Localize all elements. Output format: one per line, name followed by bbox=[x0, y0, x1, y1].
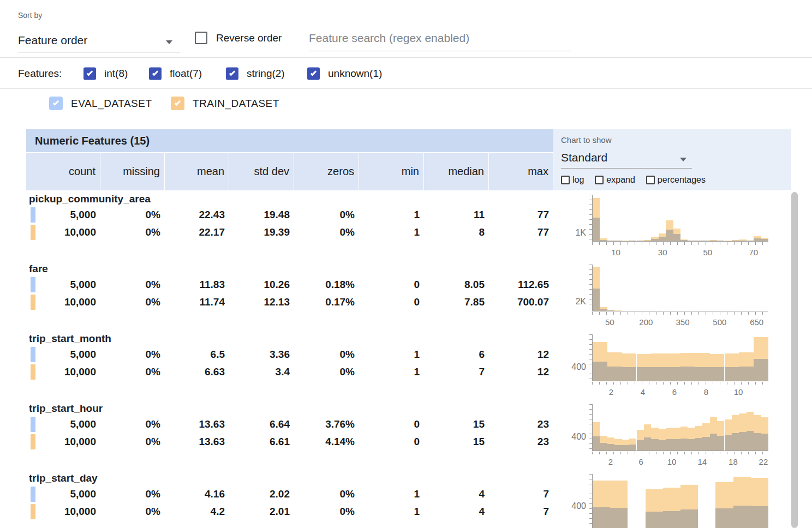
log-checkbox[interactable] bbox=[561, 176, 570, 184]
expand-label: expand bbox=[606, 175, 635, 185]
stat-value: 3.76% bbox=[294, 416, 359, 433]
stat-value: 22.17 bbox=[165, 224, 229, 241]
stat-value: 15 bbox=[424, 416, 489, 433]
stat-value: 0% bbox=[100, 363, 165, 381]
histogram-plot bbox=[592, 404, 768, 451]
stat-value: 0 bbox=[359, 276, 424, 293]
stat-value: 11.74 bbox=[165, 293, 229, 311]
chart-type-value: Standard bbox=[561, 151, 607, 164]
train-stats-row: 10,0000%4.22.010%147 bbox=[26, 503, 553, 520]
x-axis-tick-label: 6 bbox=[639, 457, 643, 466]
stat-value: 8 bbox=[424, 224, 489, 241]
chart-type-select[interactable]: Standard bbox=[561, 148, 692, 169]
unknown-filter-label: unknown(1) bbox=[328, 68, 382, 80]
expand-checkbox[interactable] bbox=[595, 176, 604, 184]
stat-value: 77 bbox=[489, 224, 553, 241]
feature-search-field bbox=[309, 28, 571, 51]
eval-dataset-label: EVAL_DATASET bbox=[71, 98, 152, 110]
train-dataset-checkbox[interactable] bbox=[171, 97, 184, 110]
reverse-order-checkbox[interactable] bbox=[195, 32, 207, 44]
feature-table-body: pickup_community_area 5,0000%22.4319.480… bbox=[0, 190, 791, 528]
stat-value: 5,000 bbox=[26, 416, 100, 433]
int-filter-checkbox[interactable] bbox=[83, 67, 96, 80]
y-axis-tick-label: 2K bbox=[575, 297, 586, 307]
stat-value: 1 bbox=[359, 224, 424, 241]
stat-value: 0 bbox=[359, 293, 424, 311]
stat-value: 5,000 bbox=[26, 485, 100, 503]
stat-value: 0.18% bbox=[294, 276, 359, 293]
percentages-checkbox[interactable] bbox=[646, 176, 655, 184]
stat-value: 23 bbox=[489, 416, 553, 433]
x-axis-tick-label: 500 bbox=[713, 317, 726, 327]
reverse-order-control: Reverse order bbox=[195, 32, 282, 44]
x-axis-tick-label: 10 bbox=[611, 248, 620, 257]
train-stats-row: 10,0000%13.636.614.14%01523 bbox=[26, 433, 553, 451]
eval-dataset-checkbox[interactable] bbox=[49, 97, 63, 110]
stat-value: 19.48 bbox=[229, 206, 294, 224]
eval-stats-row: 5,0000%22.4319.480%11177 bbox=[26, 206, 553, 224]
dataset-item-eval: EVAL_DATASET bbox=[49, 97, 152, 110]
y-axis-tick-label: 400 bbox=[571, 501, 586, 511]
column-header: missing bbox=[100, 153, 165, 190]
eval-stats-row: 5,0000%6.53.360%1612 bbox=[26, 346, 553, 363]
filter-item-float: float(7) bbox=[149, 67, 202, 80]
stat-value: 19.39 bbox=[229, 224, 294, 241]
eval-color-swatch bbox=[31, 487, 35, 502]
feature-block-trip_start_hour: trip_start_hour 5,0000%13.636.643.76%015… bbox=[0, 401, 791, 471]
stat-value: 6.63 bbox=[165, 363, 229, 381]
stat-value: 112.65 bbox=[489, 276, 553, 293]
x-axis-tick-label: 18 bbox=[729, 457, 738, 466]
histogram-fare: 2K 50200350500650 bbox=[553, 265, 783, 331]
x-axis-tick-label: 50 bbox=[703, 248, 713, 257]
y-axis-tick-label: 1K bbox=[575, 228, 586, 238]
stat-value: 10,000 bbox=[26, 293, 100, 311]
stat-value: 10.26 bbox=[229, 276, 294, 293]
x-axis-tick-label: 8 bbox=[704, 387, 708, 397]
string-filter-checkbox[interactable] bbox=[226, 67, 238, 80]
check-icon bbox=[87, 69, 93, 75]
stat-value: 0% bbox=[100, 276, 165, 293]
stat-value: 5,000 bbox=[26, 206, 100, 224]
sort-by-select[interactable]: Feature order bbox=[18, 28, 180, 52]
filter-item-int: int(8) bbox=[83, 67, 128, 80]
stat-value: 13.63 bbox=[165, 433, 229, 451]
unknown-filter-checkbox[interactable] bbox=[307, 67, 320, 80]
chart-to-show-panel: Chart to show Standard log expand percen… bbox=[553, 129, 791, 190]
feature-block-pickup_community_area: pickup_community_area 5,0000%22.4319.480… bbox=[0, 192, 791, 262]
stat-value: 0% bbox=[294, 224, 359, 241]
stat-value: 0% bbox=[294, 503, 359, 520]
stat-value: 7.85 bbox=[424, 293, 489, 311]
feature-name: pickup_community_area bbox=[26, 192, 553, 206]
feature-block-trip_start_day: trip_start_day 5,0000%4.162.020%147 10,0… bbox=[0, 471, 791, 528]
histogram-plot bbox=[592, 334, 768, 381]
stat-value: 0% bbox=[100, 485, 165, 503]
stat-value: 2.02 bbox=[229, 485, 294, 503]
stat-value: 6.64 bbox=[229, 416, 294, 433]
stat-value: 5,000 bbox=[26, 346, 100, 363]
train-stats-row: 10,0000%22.1719.390%1877 bbox=[26, 224, 553, 241]
stat-value: 4.14% bbox=[294, 433, 359, 451]
chart-to-show-label: Chart to show bbox=[561, 135, 612, 145]
vertical-scrollbar-thumb[interactable] bbox=[791, 192, 798, 528]
x-axis-tick-label: 10 bbox=[734, 387, 743, 397]
y-axis-tick-label: 400 bbox=[571, 362, 586, 372]
stat-value: 3.36 bbox=[229, 346, 294, 363]
train-color-swatch bbox=[31, 434, 35, 449]
stat-value: 1 bbox=[359, 363, 424, 381]
stat-value: 0% bbox=[100, 433, 165, 451]
histogram-plot bbox=[592, 474, 768, 528]
float-filter-checkbox[interactable] bbox=[149, 67, 162, 80]
y-axis-ticks bbox=[589, 195, 592, 242]
train-color-swatch bbox=[31, 504, 35, 519]
toolbar: Sort by Feature order Reverse order bbox=[0, 0, 812, 58]
check-icon bbox=[311, 69, 317, 75]
stat-value: 0% bbox=[100, 293, 165, 311]
x-axis-tick-label: 14 bbox=[698, 457, 707, 466]
stat-value: 3.4 bbox=[229, 363, 294, 381]
stat-value: 0 bbox=[359, 433, 424, 451]
stat-value: 12 bbox=[489, 363, 553, 381]
stat-value: 77 bbox=[489, 206, 553, 224]
chevron-down-icon bbox=[166, 40, 172, 44]
stat-value: 6 bbox=[424, 346, 489, 363]
feature-search-input[interactable] bbox=[309, 28, 571, 51]
